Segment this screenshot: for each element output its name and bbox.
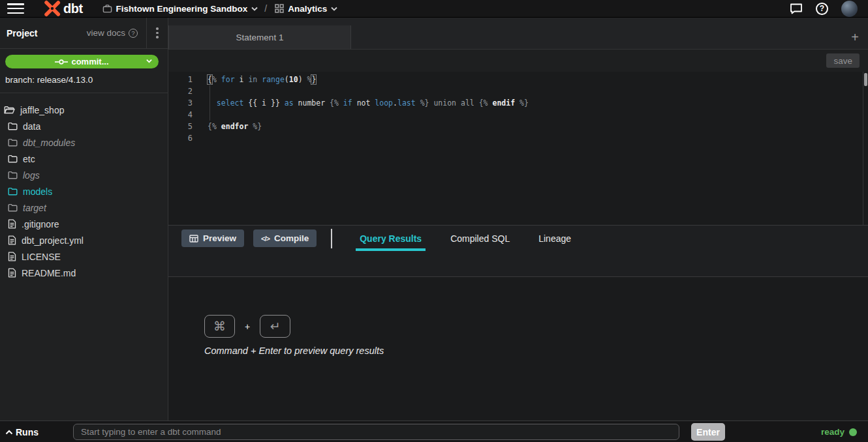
help-icon[interactable]: ? [816,3,828,15]
view-docs-link[interactable]: view docs ? [87,28,138,38]
tree-item-dbt-project-yml[interactable]: dbt_project.yml [0,232,168,248]
tree-item-label: target [23,203,46,213]
tree-item-label: logs [23,170,40,181]
tab-label: Lineage [538,233,571,244]
line-number: 1 [168,74,193,85]
tab-lineage[interactable]: Lineage [535,226,575,251]
code-editor[interactable]: 123456 {% for i in range(10) %}​ select … [168,72,868,225]
file-icon [8,219,16,229]
table-icon [189,235,198,243]
hamburger-menu-icon[interactable] [7,3,24,14]
file-icon [8,235,16,245]
status-label: ready [821,427,845,437]
plus-separator: + [245,321,250,332]
line-number: 4 [168,109,193,121]
code-line-3: select {{ i }} as number {% if not loop.… [208,97,860,109]
tree-item-license[interactable]: LICENSE [0,248,168,265]
tab-compiled-sql[interactable]: Compiled SQL [446,226,514,251]
briefcase-icon [102,4,112,14]
breadcrumb-separator: / [264,3,267,14]
avatar[interactable] [841,1,858,17]
folder-icon [8,138,18,147]
new-tab-button[interactable]: + [847,29,863,45]
folder-icon [8,122,18,130]
chevron-down-icon[interactable] [146,59,152,63]
kebab-menu-icon[interactable] [147,27,168,38]
tree-item-label: models [23,186,52,197]
editor-scrollbar [863,72,868,225]
project-name: Analytics [288,4,327,14]
tree-item-jaffle-shop[interactable]: jaffle_shop [0,102,168,118]
editor-toolbar: save [168,50,868,72]
tab-label: Query Results [360,233,422,244]
view-docs-label: view docs [87,28,125,38]
tree-item-readme-md[interactable]: README.md [0,265,168,281]
code-line-1: {% for i in range(10) %} [208,74,860,85]
editor-gutter: 123456 [168,74,193,144]
workspace-selector[interactable]: Fishtown Engineering Sandbox [102,4,258,14]
tab-query-results[interactable]: Query Results [356,226,426,251]
statusbar: Runs Enter ready [0,420,868,442]
line-number: 5 [168,121,193,132]
project-selector[interactable]: Analytics [275,4,337,14]
folder-icon [8,171,18,179]
file-icon [8,268,16,278]
folder-icon [8,155,18,163]
status-dot [849,428,857,436]
dbt-logo-text: dbt [63,1,83,16]
dbt-command-input[interactable] [73,424,679,440]
enter-key-icon: ↵ [260,315,290,338]
editor-tab-strip: Statement 1 + [168,18,868,50]
file-tree: jaffle_shopdatadbt_modulesetclogsmodelst… [0,93,168,281]
dbt-logo: dbt [44,0,83,17]
compile-button-label: Compile [274,233,309,243]
grid-icon [275,4,284,13]
git-commit-icon [55,59,68,65]
tree-item-dbt-modules[interactable]: dbt_modules [0,134,168,151]
main-area: Statement 1 + save 123456 {% for i in ra… [168,18,868,420]
runs-toggle[interactable]: Runs [5,421,39,442]
commit-button[interactable]: commit... [5,55,159,68]
editor-code[interactable]: {% for i in range(10) %}​ select {{ i }}… [208,74,860,144]
tree-item-etc[interactable]: etc [0,151,168,167]
save-button[interactable]: save [826,53,860,68]
commit-section: commit... branch: release/4.13.0 [0,49,168,93]
dbt-mark-icon [44,0,61,17]
results-subbar [168,251,868,277]
topbar: dbt Fishtown Engineering Sandbox / Analy… [0,0,868,18]
results-content: ⌘ + ↵ Command + Enter to preview query r… [168,277,868,420]
folder-icon [8,203,18,212]
tree-item-target[interactable]: target [0,199,168,216]
chevron-down-icon [251,7,258,11]
command-key-icon: ⌘ [204,315,235,338]
chat-icon[interactable] [790,3,803,15]
enter-button[interactable]: Enter [691,423,725,441]
code-icon: </> [261,235,270,243]
tree-item-logs[interactable]: logs [0,167,168,183]
tab-label: Statement 1 [236,33,284,42]
line-number: 6 [168,132,193,144]
results-tabs: Query ResultsCompiled SQLLineage [356,226,596,251]
sidebar-title: Project [7,28,37,38]
chevron-down-icon [331,7,337,11]
tree-item-models[interactable]: models [0,183,168,199]
connection-status: ready [821,421,857,442]
code-line-5: {% endfor %} [208,121,860,132]
line-number: 3 [168,97,193,109]
help-circle-icon: ? [129,29,138,38]
runs-label: Runs [16,427,39,437]
preview-button[interactable]: Preview [181,229,244,247]
sidebar: Project view docs ? commit... branch: re… [0,18,168,420]
compile-button[interactable]: </> Compile [253,229,317,247]
tree-item-label: jaffle_shop [20,105,64,115]
shortcut-row: ⌘ + ↵ [204,315,290,338]
code-line-4: ​ [208,109,860,121]
folder-icon [8,187,18,196]
tree-item-data[interactable]: data [0,118,168,134]
tab-statement-1[interactable]: Statement 1 [168,25,351,49]
tree-item--gitignore[interactable]: .gitignore [0,216,168,232]
shortcut-hint-text: Command + Enter to preview query results [204,346,384,356]
code-line-6: ​ [208,132,860,144]
editor-scrollbar-thumb[interactable] [864,73,867,86]
tree-item-label: .gitignore [22,219,59,229]
